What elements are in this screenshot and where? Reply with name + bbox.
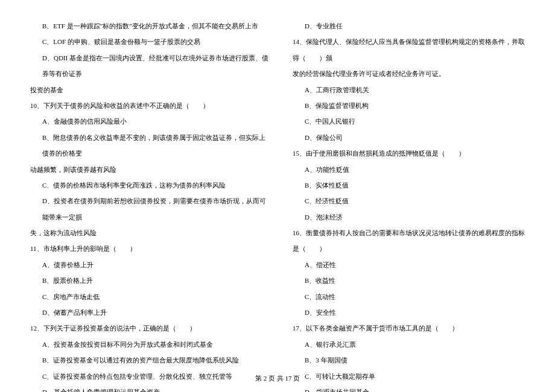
text-line: 发的经营保险代理业务许可证或者经纪业务许可证。	[287, 66, 531, 81]
document-content: B、ETF 是一种跟踪"标的指数"变化的开放式基金，但其不能在交易所上市C、LO…	[24, 18, 531, 392]
text-line: 14、保险代理人、保险经纪人应当具备保险监督管理机构规定的资格条件，并取得（ ）…	[287, 34, 531, 66]
text-line: 17、以下各类金融资产不属于货币市场工具的是（ ）	[287, 320, 531, 336]
text-line: B、附息债券的名义收益率是不变的，则该债券属于固定收益证券，但实际上债券的价格变	[24, 130, 268, 162]
text-line: A、银行承兑汇票	[287, 337, 531, 352]
text-line: 16、衡量债券持有人按自己的需要和市场状况灵活地转让债券的难易程度的指标是（ ）	[287, 225, 531, 257]
text-line: C、中国人民银行	[287, 113, 531, 129]
page-footer: 第 2 页 共 17 页	[0, 374, 555, 383]
text-line: 失，这称为流动性风险	[24, 225, 268, 241]
text-line: B、保险监督管理机构	[287, 98, 531, 113]
text-line: D、安全性	[287, 305, 531, 320]
text-line: D、货币市场共同基金	[287, 384, 531, 392]
text-line: C、LOF 的申购、赎回是基金份额与一篮子股票的交易	[24, 34, 268, 49]
text-line: A、功能性贬值	[287, 162, 531, 177]
text-line: C、债券的价格因市场利率变化而涨跌，这称为债券的利率风险	[24, 177, 268, 193]
text-line: D、储蓄产品利率上升	[24, 305, 268, 320]
text-line: 10、下列关于债券的风险和收益的表述中不正确的是（ ）	[24, 98, 268, 113]
text-line: A、投资基金按投资目标不同分为开放式基金和封闭式基金	[24, 337, 268, 352]
text-line: C、经济性贬值	[287, 193, 531, 209]
text-line: A、偿还性	[287, 257, 531, 273]
text-line: 15、由于使用磨损和自然损耗造成的抵押物贬值是（ ）	[287, 145, 531, 161]
left-column: B、ETF 是一种跟踪"标的指数"变化的开放式基金，但其不能在交易所上市C、LO…	[24, 18, 268, 392]
text-line: 12、下列关于证券投资基金的说法中，正确的是（ ）	[24, 320, 268, 336]
text-line: D、泡沫经济	[287, 209, 531, 225]
text-line: B、3 年期国债	[287, 352, 531, 368]
right-column: D、专业胜任14、保险代理人、保险经纪人应当具备保险监督管理机构规定的资格条件，…	[287, 18, 531, 392]
text-line: D、QDII 基金是指在一国境内设置、经批准可以在境外证券市场进行股票、债券等有…	[24, 50, 268, 82]
text-line: D、专业胜任	[287, 18, 531, 34]
text-line: B、实体性贬值	[287, 177, 531, 193]
text-line: B、证券投资基金可以通过有效的资产组合最大限度地降低系统风险	[24, 352, 268, 368]
text-line: A、工商行政管理机关	[287, 82, 531, 98]
text-line: 投资的基金	[24, 82, 268, 98]
text-line: B、收益性	[287, 273, 531, 288]
text-line: D、基金托管人负责管理和运用基金资产	[24, 384, 268, 392]
text-line: A、金融债券的信用风险最小	[24, 113, 268, 129]
text-line: B、股票价格上升	[24, 273, 268, 288]
text-line: D、投资者在债券到期前若想收回债券投资，则需要在债券市场折现，从而可能带来一定损	[24, 193, 268, 225]
text-line: D、保险公司	[287, 130, 531, 145]
text-line: A、债券价格上升	[24, 257, 268, 273]
text-line: 11、市场利率上升的影响是（ ）	[24, 241, 268, 256]
text-line: 动越频繁，则该债券越有风险	[24, 162, 268, 177]
text-line: B、ETF 是一种跟踪"标的指数"变化的开放式基金，但其不能在交易所上市	[24, 18, 268, 34]
text-line: C、流动性	[287, 289, 531, 305]
text-line: C、房地产市场走低	[24, 289, 268, 305]
